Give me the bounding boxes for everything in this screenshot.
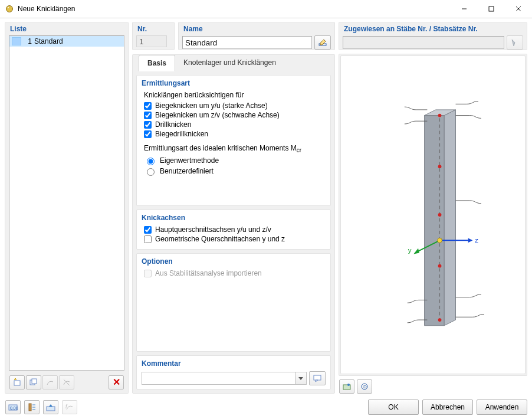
- chevron-down-icon[interactable]: [295, 372, 307, 385]
- radio-eigenwert[interactable]: Eigenwertmethode: [144, 156, 326, 165]
- chk-geoachsen-label: Geometrische Querschnittachsen y und z: [155, 235, 285, 243]
- delete-icon: ✕: [113, 378, 120, 387]
- nr-group: Nr.: [132, 22, 175, 50]
- apply-label: Anwenden: [485, 403, 519, 411]
- svg-marker-15: [425, 116, 445, 326]
- cancel-label: Abbrechen: [431, 403, 465, 411]
- kommentar-input[interactable]: [142, 372, 295, 385]
- chk-hauptachsen-label: Hauptquerschnittsachsen y/u und z/v: [155, 225, 271, 234]
- svg-point-20: [438, 165, 442, 168]
- chk-biegeknicken-zv-label: Biegeknicken um z/v (schwache Achse): [155, 111, 280, 119]
- knickachsen-header: Knickachsen: [142, 214, 326, 222]
- optionen-header: Optionen: [142, 257, 326, 266]
- kommentar-aux-button[interactable]: [309, 371, 326, 385]
- svg-text:0,00: 0,00: [10, 406, 18, 410]
- svg-point-1: [8, 7, 9, 8]
- dialog-bottom-bar: 0,00 f OK Abbrechen Anwenden: [5, 400, 527, 415]
- assigned-field[interactable]: [343, 36, 504, 49]
- ok-button[interactable]: OK: [368, 400, 419, 415]
- tab-basis[interactable]: Basis: [139, 55, 175, 71]
- svg-point-22: [438, 264, 442, 268]
- name-header: Name: [183, 25, 331, 33]
- pick-icon: [511, 38, 519, 47]
- svg-point-0: [6, 6, 13, 12]
- name-edit-button[interactable]: [314, 35, 331, 50]
- list-item[interactable]: 1 Standard: [9, 36, 124, 47]
- ermittlungsart-header: Ermittlungsart: [142, 79, 326, 87]
- kommentar-header: Kommentar: [142, 359, 326, 368]
- cancel-button[interactable]: Abbrechen: [422, 400, 473, 415]
- chk-stabilitaet-import-label: Aus Stabilitätsanalyse importieren: [155, 269, 262, 277]
- svg-marker-40: [49, 404, 52, 407]
- list-item-icon: [12, 37, 21, 45]
- axis-z-label: z: [475, 237, 478, 244]
- chk-geoachsen[interactable]: Geometrische Querschnittachsen y und z: [144, 235, 326, 243]
- svg-rect-3: [489, 6, 494, 11]
- window-title: Neue Knicklängen: [18, 5, 75, 13]
- minimize-button[interactable]: [451, 0, 478, 18]
- chk-biegedrillknicken-label: Biegedrillknicken: [155, 130, 208, 138]
- chk-biegeknicken-yu-label: Biegeknicken um y/u (starke Achse): [155, 102, 268, 110]
- chk-drillknicken[interactable]: Drillknicken: [144, 120, 326, 129]
- tab-body: Ermittlungsart Knicklängen berücksichtig…: [132, 71, 335, 394]
- mcr-label: Ermittlungsart des idealen kritischen Mo…: [144, 144, 326, 153]
- chk-biegeknicken-zv[interactable]: Biegeknicken um z/v (schwache Achse): [144, 111, 326, 119]
- apply-button[interactable]: Anwenden: [477, 400, 527, 415]
- svg-marker-27: [413, 248, 419, 254]
- kommentar-section: Kommentar: [136, 355, 331, 389]
- svg-point-18: [438, 114, 442, 117]
- svg-text:D: D: [363, 384, 367, 389]
- optionen-section: Optionen Aus Stabilitätsanalyse importie…: [136, 253, 331, 352]
- tab-strip: Basis Knotenlager und Knicklängen: [132, 54, 335, 71]
- chk-hauptachsen[interactable]: Hauptquerschnittsachsen y/u und z/v: [144, 225, 326, 234]
- ermittlungsart-section: Ermittlungsart Knicklängen berücksichtig…: [136, 75, 331, 206]
- radio-benutzer-label: Benutzerdefiniert: [160, 167, 214, 175]
- preview-tool-2[interactable]: D: [357, 379, 372, 394]
- ok-label: OK: [388, 403, 398, 411]
- nr-header: Nr.: [137, 25, 170, 33]
- svg-line-10: [64, 379, 70, 385]
- preview-3d[interactable]: z y: [340, 55, 526, 374]
- bottom-tool-3[interactable]: [43, 400, 58, 414]
- name-field[interactable]: [182, 36, 312, 49]
- svg-rect-35: [29, 404, 31, 411]
- tool-button-4: [59, 375, 74, 389]
- new-item-button[interactable]: [9, 375, 25, 389]
- list-box[interactable]: 1 Standard: [9, 35, 124, 371]
- chk-biegedrillknicken[interactable]: Biegedrillknicken: [144, 130, 326, 138]
- assigned-pick-button[interactable]: [507, 35, 523, 50]
- chk-biegeknicken-yu[interactable]: Biegeknicken um y/u (starke Achse): [144, 102, 326, 110]
- svg-marker-14: [316, 380, 318, 382]
- kommentar-combo[interactable]: [142, 372, 307, 385]
- svg-marker-25: [468, 238, 473, 243]
- bottom-tool-4: f: [62, 400, 77, 414]
- radio-benutzer[interactable]: Benutzerdefiniert: [144, 166, 326, 176]
- app-icon: [5, 4, 14, 14]
- name-group: Name: [178, 22, 335, 50]
- assigned-group: Zugewiesen an Stäbe Nr. / Stabsätze Nr.: [339, 22, 527, 50]
- list-item-number: 1: [24, 37, 32, 45]
- assigned-header: Zugewiesen an Stäbe Nr. / Stabsätze Nr.: [344, 25, 523, 33]
- copy-item-button[interactable]: [26, 375, 41, 389]
- svg-rect-13: [314, 375, 321, 380]
- list-header: Liste: [10, 25, 124, 33]
- nr-field: [136, 35, 167, 47]
- axis-y-label: y: [408, 247, 412, 254]
- bottom-tool-2[interactable]: [24, 400, 40, 414]
- maximize-button[interactable]: [478, 0, 505, 18]
- close-button[interactable]: [505, 0, 532, 18]
- svg-marker-16: [444, 110, 455, 326]
- svg-rect-39: [47, 407, 55, 411]
- knickachsen-section: Knickachsen Hauptquerschnittsachsen y/u …: [136, 210, 331, 250]
- svg-rect-6: [14, 381, 20, 385]
- svg-point-30: [347, 384, 350, 386]
- edit-icon: [318, 38, 327, 47]
- chk-drillknicken-label: Drillknicken: [155, 120, 191, 129]
- bottom-tool-units[interactable]: 0,00: [5, 400, 21, 414]
- svg-rect-9: [32, 379, 37, 384]
- tab-knotenlager[interactable]: Knotenlager und Knicklängen: [175, 55, 284, 71]
- preview-tool-1[interactable]: [339, 379, 354, 394]
- svg-text:f: f: [65, 404, 68, 410]
- delete-item-button[interactable]: ✕: [109, 375, 124, 389]
- comment-icon: [313, 374, 321, 382]
